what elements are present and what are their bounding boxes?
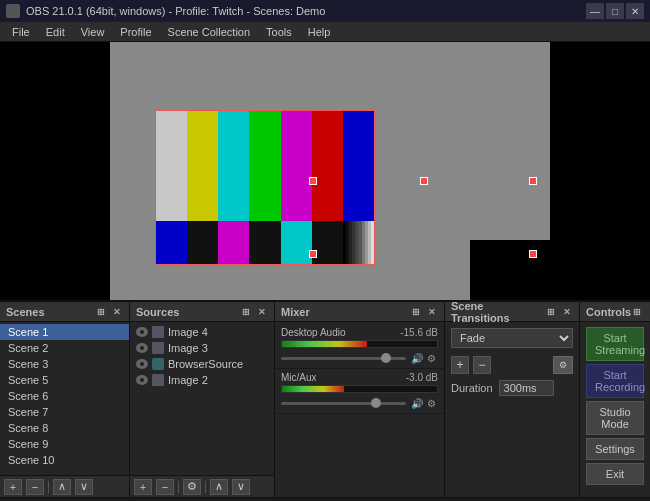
- sources-config-icon[interactable]: ⊞: [240, 306, 252, 318]
- mixer-slider-mic[interactable]: [281, 402, 406, 405]
- sources-add-button[interactable]: +: [134, 479, 152, 495]
- mixer-mute-icon-mic[interactable]: 🔊: [410, 396, 424, 410]
- menu-help[interactable]: Help: [300, 22, 339, 42]
- source-eye-image4[interactable]: [136, 327, 148, 337]
- bar-blue: [343, 111, 374, 221]
- scenes-add-button[interactable]: +: [4, 479, 22, 495]
- mixer-slider-thumb-desktop[interactable]: [381, 353, 391, 363]
- source-icon-image3: [152, 342, 164, 354]
- scene-item-10[interactable]: Scene 10: [0, 452, 129, 468]
- scene-item-7[interactable]: Scene 7: [0, 404, 129, 420]
- scenes-remove-button[interactable]: −: [26, 479, 44, 495]
- transitions-remove-button[interactable]: −: [473, 356, 491, 374]
- transitions-select[interactable]: Fade Cut Swipe Slide: [451, 328, 573, 348]
- menu-view[interactable]: View: [73, 22, 113, 42]
- transitions-panel: Scene Transitions ⊞ ✕ Fade Cut Swipe Sli…: [445, 302, 580, 497]
- sources-close-icon[interactable]: ✕: [256, 306, 268, 318]
- scene-item-2[interactable]: Scene 2: [0, 340, 129, 356]
- sources-remove-button[interactable]: −: [156, 479, 174, 495]
- resize-handle-tl[interactable]: [309, 177, 317, 185]
- source-item-browser[interactable]: BrowserSource: [130, 356, 274, 372]
- controls-config-icon[interactable]: ⊞: [631, 306, 643, 318]
- scenes-close-icon[interactable]: ✕: [111, 306, 123, 318]
- mixer-header-icons: ⊞ ✕: [410, 306, 438, 318]
- bar-cyan: [218, 111, 249, 221]
- mixer-slider-track-desktop[interactable]: [281, 357, 406, 360]
- transitions-config-icon[interactable]: ⊞: [545, 306, 557, 318]
- source-item-image2[interactable]: Image 2: [130, 372, 274, 388]
- source-eye-image2[interactable]: [136, 375, 148, 385]
- duration-input[interactable]: [499, 380, 554, 396]
- mixer-close-icon[interactable]: ✕: [426, 306, 438, 318]
- close-button[interactable]: ✕: [626, 3, 644, 19]
- transitions-content: Fade Cut Swipe Slide + − ⚙ Duration: [445, 322, 579, 497]
- source-item-image4[interactable]: Image 4: [130, 324, 274, 340]
- scene-item-1[interactable]: Scene 1: [0, 324, 129, 340]
- scene-item-9[interactable]: Scene 9: [0, 436, 129, 452]
- maximize-button[interactable]: □: [606, 3, 624, 19]
- studio-mode-button[interactable]: Studio Mode: [586, 401, 644, 435]
- color-bars: [155, 110, 375, 265]
- mixer-slider-thumb-mic[interactable]: [371, 398, 381, 408]
- mixer-gear-icon-desktop[interactable]: ⚙: [424, 351, 438, 365]
- scenes-config-icon[interactable]: ⊞: [95, 306, 107, 318]
- source-name-image4: Image 4: [168, 326, 208, 338]
- resize-handle-mr[interactable]: [529, 250, 537, 258]
- sources-list: Image 4 Image 3 BrowserSource Image 2: [130, 322, 274, 475]
- scene-item-6[interactable]: Scene 6: [0, 388, 129, 404]
- menu-tools[interactable]: Tools: [258, 22, 300, 42]
- scenes-up-button[interactable]: ∧: [53, 479, 71, 495]
- resize-handle-ml[interactable]: [309, 250, 317, 258]
- menu-edit[interactable]: Edit: [38, 22, 73, 42]
- source-name-browser: BrowserSource: [168, 358, 243, 370]
- scenes-panel-title: Scenes: [6, 306, 45, 318]
- mixer-slider-track-mic[interactable]: [281, 402, 406, 405]
- title-bar-left: OBS 21.0.1 (64bit, windows) - Profile: T…: [6, 4, 325, 18]
- app-icon: [6, 4, 20, 18]
- source-eye-image3[interactable]: [136, 343, 148, 353]
- transitions-header-icons: ⊞ ✕: [545, 306, 573, 318]
- start-streaming-button[interactable]: Start Streaming: [586, 327, 644, 361]
- scene-item-3[interactable]: Scene 3: [0, 356, 129, 372]
- resize-handle-tr[interactable]: [529, 177, 537, 185]
- sources-panel: Sources ⊞ ✕ Image 4 Image 3 BrowserSourc…: [130, 302, 275, 497]
- bar-magenta: [281, 111, 312, 221]
- source-eye-browser[interactable]: [136, 359, 148, 369]
- transitions-config-gear[interactable]: ⚙: [553, 356, 573, 374]
- mixer-level-mic: [281, 385, 438, 393]
- scenes-toolbar-sep: [48, 481, 49, 493]
- controls-panel-title: Controls: [586, 306, 631, 318]
- mixer-level-fill-mic: [282, 386, 344, 392]
- mixer-slider-desktop[interactable]: [281, 357, 406, 360]
- scene-item-8[interactable]: Scene 8: [0, 420, 129, 436]
- mixer-gear-icon-mic[interactable]: ⚙: [424, 396, 438, 410]
- sources-down-button[interactable]: ∨: [232, 479, 250, 495]
- menu-profile[interactable]: Profile: [112, 22, 159, 42]
- resize-handle-tc[interactable]: [420, 177, 428, 185]
- mixer-track-desktop-header: Desktop Audio -15.6 dB: [281, 327, 438, 338]
- minimize-button[interactable]: —: [586, 3, 604, 19]
- mixer-track-desktop-db: -15.6 dB: [400, 327, 438, 338]
- scenes-down-button[interactable]: ∨: [75, 479, 93, 495]
- sources-settings-button[interactable]: ⚙: [183, 479, 201, 495]
- transitions-add-button[interactable]: +: [451, 356, 469, 374]
- scenes-header-icons: ⊞ ✕: [95, 306, 123, 318]
- menu-file[interactable]: File: [4, 22, 38, 42]
- start-recording-button[interactable]: Start Recording: [586, 364, 644, 398]
- exit-button[interactable]: Exit: [586, 463, 644, 485]
- transitions-close-icon[interactable]: ✕: [561, 306, 573, 318]
- source-name-image2: Image 2: [168, 374, 208, 386]
- sources-toolbar-sep2: [205, 481, 206, 493]
- title-bar-controls[interactable]: — □ ✕: [586, 3, 644, 19]
- mixer-track-mic: Mic/Aux -3.0 dB 🔊 ⚙: [275, 369, 444, 414]
- menu-scene-collection[interactable]: Scene Collection: [160, 22, 259, 42]
- source-icon-browser: [152, 358, 164, 370]
- mixer-config-icon[interactable]: ⊞: [410, 306, 422, 318]
- scenes-panel: Scenes ⊞ ✕ Scene 1 Scene 2 Scene 3 Scene…: [0, 302, 130, 497]
- mixer-mute-icon-desktop[interactable]: 🔊: [410, 351, 424, 365]
- source-item-image3[interactable]: Image 3: [130, 340, 274, 356]
- scene-item-5[interactable]: Scene 5: [0, 372, 129, 388]
- sources-up-button[interactable]: ∧: [210, 479, 228, 495]
- settings-button[interactable]: Settings: [586, 438, 644, 460]
- transitions-controls-row: + − ⚙: [445, 352, 579, 378]
